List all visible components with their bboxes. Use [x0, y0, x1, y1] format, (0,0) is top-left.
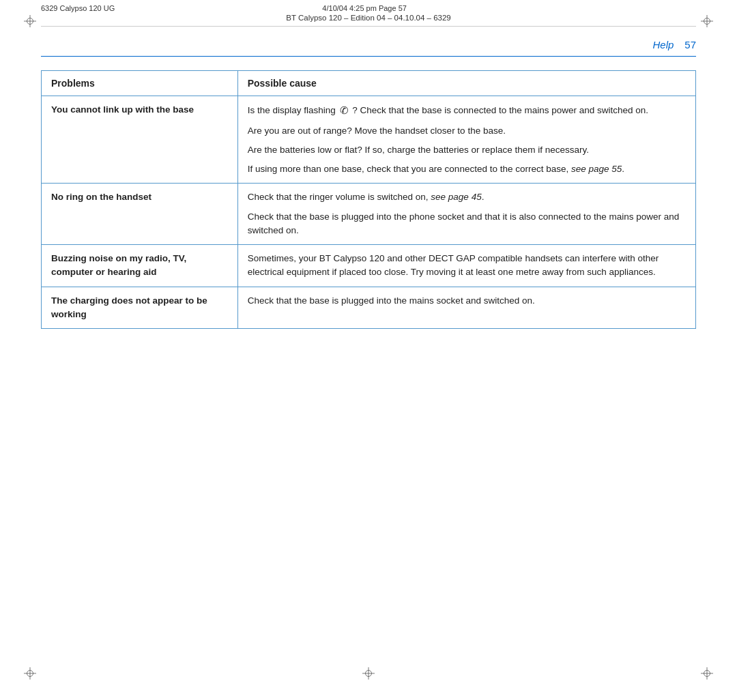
page-container: 6329 Calypso 120 UG 4/10/04 4:25 pm Page…: [0, 0, 737, 700]
table-row: You cannot link up with the base Is the …: [42, 96, 696, 184]
cause-1-3: Are the batteries low or flat? If so, ch…: [248, 143, 686, 157]
table-header-row: Problems Possible cause: [42, 71, 696, 96]
cause-2-2: Check that the base is plugged into the …: [248, 210, 686, 238]
header-left: 6329 Calypso 120 UG: [41, 4, 115, 12]
table-row: Buzzing noise on my radio, TV, computer …: [42, 245, 696, 287]
cause-1-2: Are you are out of range? Move the hands…: [248, 124, 686, 138]
cause-cell-2: Check that the ringer volume is switched…: [237, 184, 695, 245]
cause-2-1: Check that the ringer volume is switched…: [248, 190, 686, 204]
cause-1-4: If using more than one base, check that …: [248, 162, 686, 176]
reg-mark-bottom-right: [701, 667, 713, 680]
cause-1-1: Is the display flashing ✆ ? Check that t…: [248, 103, 686, 119]
header-top-line: 6329 Calypso 120 UG 4/10/04 4:25 pm Page…: [41, 0, 696, 12]
problem-cell-2: No ring on the handset: [42, 184, 238, 245]
subtitle-text: BT Calypso 120 – Edition 04 – 04.10.04 –…: [286, 14, 450, 22]
phone-icon: ✆: [340, 103, 349, 119]
page-title-row: Help 57: [41, 27, 696, 56]
cause-cell-3: Sometimes, your BT Calypso 120 and other…: [237, 245, 695, 287]
header-center: 4/10/04 4:25 pm Page 57: [322, 4, 407, 12]
problem-cell-1: You cannot link up with the base: [42, 96, 238, 184]
table-row: No ring on the handset Check that the ri…: [42, 184, 696, 245]
page-number: 57: [684, 39, 696, 50]
page-title-label: Help: [652, 39, 674, 50]
reg-mark-top-right: [701, 15, 713, 27]
cause-cell-4: Check that the base is plugged into the …: [237, 287, 695, 329]
divider-line: [41, 56, 696, 57]
reg-mark-top-left: [24, 15, 36, 27]
header-right-spacer: [614, 4, 696, 12]
help-table: Problems Possible cause You cannot link …: [41, 70, 696, 329]
reg-mark-bottom-left: [24, 667, 36, 680]
subtitle-bar: BT Calypso 120 – Edition 04 – 04.10.04 –…: [41, 12, 696, 27]
col-header-cause: Possible cause: [237, 71, 695, 96]
table-row: The charging does not appear to be worki…: [42, 287, 696, 329]
problem-cell-3: Buzzing noise on my radio, TV, computer …: [42, 245, 238, 287]
page-link-45: see page 45: [431, 192, 481, 202]
col-header-problems: Problems: [42, 71, 238, 96]
reg-mark-bottom-center: [362, 667, 375, 680]
cause-cell-1: Is the display flashing ✆ ? Check that t…: [237, 96, 695, 184]
page-link-55: see page 55: [571, 164, 622, 174]
cause-3-1: Sometimes, your BT Calypso 120 and other…: [248, 252, 686, 280]
cause-4-1: Check that the base is plugged into the …: [248, 294, 686, 308]
problem-cell-4: The charging does not appear to be worki…: [42, 287, 238, 329]
